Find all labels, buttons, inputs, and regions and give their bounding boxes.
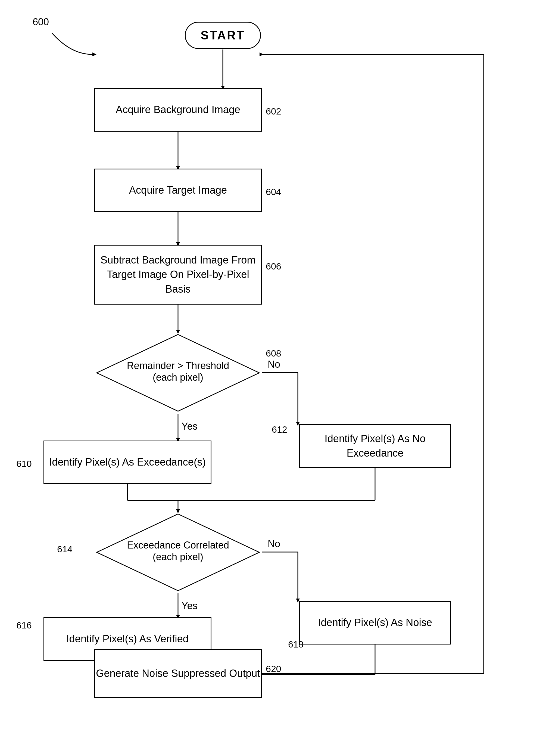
svg-text:Yes: Yes [182, 600, 198, 611]
svg-marker-0 [92, 53, 96, 56]
start-node: START [185, 22, 261, 49]
ref-610: 610 [16, 459, 32, 469]
ref-606: 606 [266, 261, 281, 272]
svg-text:Exceedance Correlated: Exceedance Correlated [127, 539, 229, 551]
svg-marker-38 [260, 53, 264, 56]
node-604: Acquire Target Image [94, 169, 262, 212]
ref-620: 620 [266, 663, 281, 674]
ref-612: 612 [272, 424, 287, 435]
svg-text:Remainder > Threshold: Remainder > Threshold [127, 360, 229, 371]
flowchart-diagram: 600 Yes No [0, 0, 540, 756]
svg-text:No: No [268, 538, 280, 549]
node-608: Remainder > Threshold (each pixel) [94, 332, 262, 414]
node-618: Identify Pixel(s) As Noise [299, 601, 451, 645]
node-610: Identify Pixel(s) As Exceedance(s) [44, 441, 211, 484]
svg-text:Yes: Yes [182, 421, 198, 432]
ref-614: 614 [57, 544, 72, 554]
node-602: Acquire Background Image [94, 88, 262, 132]
svg-text:(each pixel): (each pixel) [153, 551, 203, 562]
svg-text:(each pixel): (each pixel) [153, 372, 203, 383]
node-620: Generate Noise Suppressed Output [94, 649, 262, 698]
node-606: Subtract Background Image From Target Im… [94, 245, 262, 304]
ref-608: 608 [266, 348, 281, 359]
node-614: Exceedance Correlated (each pixel) [94, 511, 262, 593]
node-612: Identify Pixel(s) As No Exceedance [299, 424, 451, 468]
figure-number: 600 [33, 16, 49, 28]
ref-616: 616 [16, 620, 32, 631]
ref-602: 602 [266, 106, 281, 117]
ref-604: 604 [266, 187, 281, 197]
ref-618: 618 [288, 639, 304, 650]
svg-text:No: No [268, 359, 280, 370]
